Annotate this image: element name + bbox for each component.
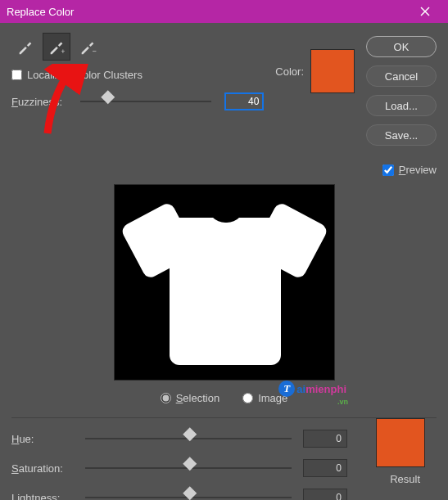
selection-preview <box>114 184 335 381</box>
localized-clusters-label: Localized Color Clusters <box>27 69 143 81</box>
image-radio[interactable] <box>242 393 253 403</box>
close-button[interactable] <box>409 0 441 23</box>
result-swatch[interactable] <box>376 418 425 467</box>
lightness-input[interactable] <box>303 489 347 500</box>
fuzziness-slider[interactable] <box>80 101 211 102</box>
color-swatch[interactable] <box>310 49 355 93</box>
eyedropper-subtract-button[interactable]: − <box>74 33 102 61</box>
fuzziness-label: Fuzziness: <box>11 96 67 108</box>
lightness-slider[interactable] <box>85 497 292 498</box>
titlebar: Replace Color <box>0 0 448 23</box>
hue-slider[interactable] <box>85 438 292 439</box>
divider <box>11 417 437 418</box>
saturation-slider[interactable] <box>85 467 292 469</box>
localized-clusters-checkbox[interactable] <box>11 70 22 80</box>
color-label: Color: <box>275 65 304 78</box>
preview-label: Preview <box>399 164 437 176</box>
eyedropper-group: + − <box>11 33 264 61</box>
svg-text:−: − <box>93 47 97 56</box>
dialog-title: Replace Color <box>7 6 409 18</box>
tshirt-preview-image <box>122 193 327 372</box>
preview-checkbox[interactable] <box>382 164 394 176</box>
selection-radio-label[interactable]: Selection <box>161 392 219 404</box>
hue-label: Hue: <box>11 433 74 445</box>
lightness-label: Lightness: <box>11 492 74 501</box>
load-button[interactable]: Load... <box>366 95 437 116</box>
selection-radio[interactable] <box>161 393 171 403</box>
saturation-input[interactable] <box>303 459 347 477</box>
result-label: Result <box>390 473 420 485</box>
eyedropper-add-button[interactable]: + <box>43 33 70 61</box>
cancel-button[interactable]: Cancel <box>366 65 437 87</box>
saturation-label: Saturation: <box>11 462 74 475</box>
image-radio-label[interactable]: Image <box>242 392 287 404</box>
eyedropper-button[interactable] <box>11 33 39 61</box>
hue-input[interactable] <box>303 430 347 448</box>
save-button[interactable]: Save... <box>366 124 437 146</box>
ok-button[interactable]: OK <box>366 36 437 57</box>
fuzziness-input[interactable] <box>224 92 264 110</box>
svg-text:+: + <box>61 48 66 56</box>
